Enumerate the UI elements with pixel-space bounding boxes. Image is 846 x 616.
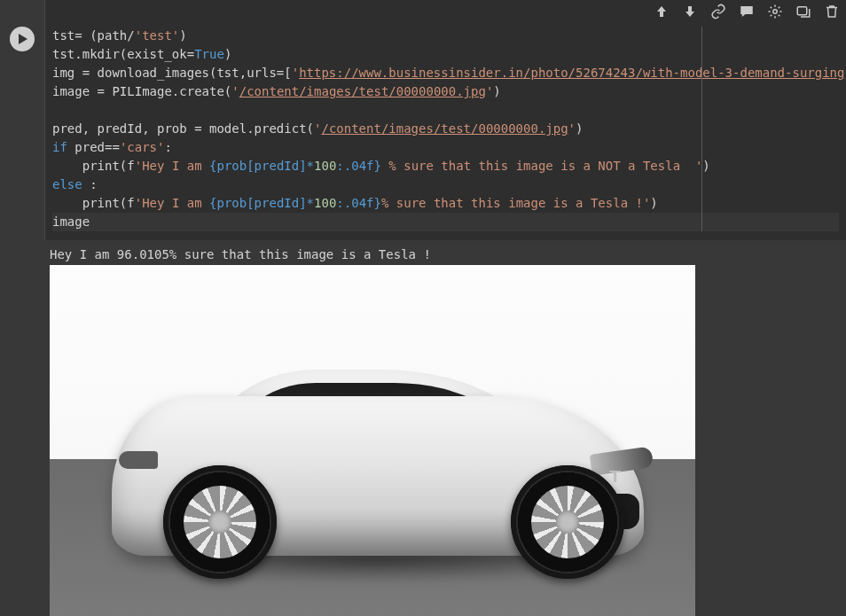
code-line[interactable]: print(f'Hey I am {prob[predId]*100:.04f}… (52, 194, 839, 213)
svg-rect-2 (797, 7, 807, 15)
svg-marker-0 (19, 34, 27, 44)
code-line[interactable]: pred, predId, prob = model.predict('/con… (52, 120, 839, 138)
link-icon (710, 4, 726, 19)
comment-icon (739, 4, 755, 19)
code-line[interactable]: print(f'Hey I am {prob[predId]*100:.04f}… (52, 157, 839, 175)
code-cell: tst= (path/'test') tst.mkdir(exist_ok=Tr… (0, 0, 846, 240)
cell-gutter (0, 0, 44, 240)
mirror-icon (795, 4, 811, 19)
output-text: Hey I am 96.0105% sure that this image i… (50, 240, 846, 265)
code-line[interactable]: img = download_images(tst,urls=['https:/… (52, 64, 839, 82)
arrow-down-icon (683, 4, 697, 19)
code-line[interactable]: else : (52, 175, 839, 194)
arrow-up-icon (654, 4, 669, 19)
gear-icon (767, 4, 783, 19)
code-line[interactable]: tst= (path/'test') (52, 27, 839, 45)
comment-button[interactable] (738, 3, 756, 20)
cell-output: Hey I am 96.0105% sure that this image i… (0, 240, 846, 616)
code-line[interactable]: image = PILImage.create('/content/images… (52, 82, 839, 101)
run-cell-button[interactable] (10, 27, 35, 51)
code-line[interactable]: image (52, 213, 839, 231)
link-button[interactable] (709, 3, 727, 20)
mirror-button[interactable] (795, 3, 812, 20)
code-line[interactable]: if pred=='cars': (52, 138, 839, 157)
settings-button[interactable] (766, 3, 784, 20)
svg-point-1 (773, 10, 778, 14)
output-image: T (50, 265, 695, 616)
move-up-button[interactable] (653, 3, 670, 20)
code-line[interactable]: tst.mkdir(exist_ok=True) (52, 45, 839, 64)
code-editor[interactable]: tst= (path/'test') tst.mkdir(exist_ok=Tr… (44, 0, 846, 240)
cell-toolbar (653, 0, 841, 23)
move-down-button[interactable] (681, 3, 699, 20)
delete-button[interactable] (823, 3, 841, 20)
code-line[interactable] (52, 101, 839, 120)
car-illustration: T (50, 265, 695, 616)
trash-icon (824, 4, 840, 19)
play-icon (16, 33, 28, 45)
